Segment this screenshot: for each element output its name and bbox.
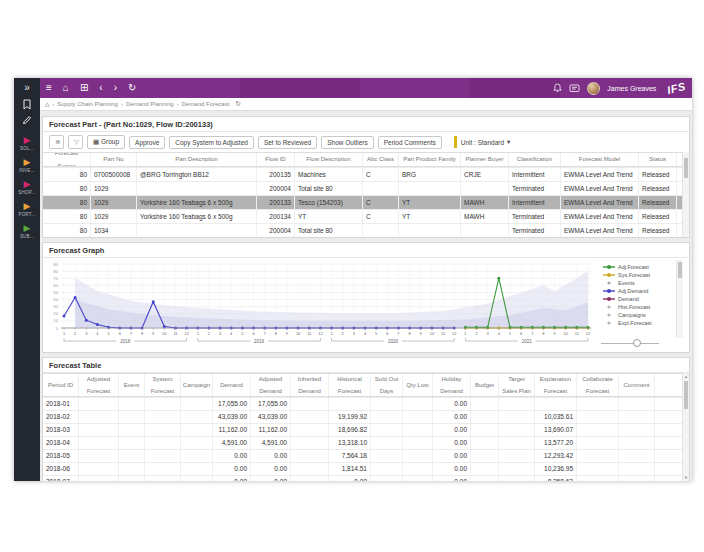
table-row[interactable]: 801029Yorkshire 160 Teabags 6 x 500g2001… [43,195,689,209]
scrollbar-thumb[interactable] [678,262,682,278]
column-header[interactable]: Part No [91,153,137,166]
back-icon[interactable]: ‹ [99,78,102,98]
menu-icon[interactable]: ≡ [46,78,52,98]
legend-item[interactable]: Sys.Forecast [603,271,673,279]
breadcrumb-home-icon[interactable]: ⌂ [45,101,49,108]
sidebar-bookmark[interactable]: ▶INVE... [18,158,35,173]
legend-dot-icon [603,304,615,310]
column-header[interactable]: Demand [213,374,251,396]
legend-label: Sys.Forecast [618,272,650,278]
column-header[interactable]: Status [639,153,677,166]
column-header[interactable]: Forecast Model [561,153,639,166]
column-header[interactable]: Adjusted Demand [251,374,291,396]
table-row[interactable]: 800700500008@BRG Torrington BB12200135Ma… [43,167,689,181]
forecast-table-scrollbar[interactable]: ▲ ▼ [682,373,689,481]
filter-icon[interactable]: ▽ [68,135,83,149]
legend-item[interactable]: Events [603,279,673,287]
column-header[interactable]: Budget [471,374,499,396]
sidebar-bookmark[interactable]: ▶SUB... [18,224,35,239]
column-header[interactable]: Holiday Demand [433,374,471,396]
column-header[interactable]: Adjusted Forecast [79,374,119,396]
table-row[interactable]: 2018-060.000.001,814.510.0010,236.95 [43,462,689,475]
column-header[interactable]: Collaborate Forecast [577,374,619,396]
legend-item[interactable]: Demand [603,295,673,303]
notifications-bell-icon[interactable] [553,79,562,97]
column-header[interactable]: Part Product Family [399,153,461,166]
unit-dropdown[interactable]: Unit : Standard▾ [454,136,515,148]
scrollbar-thumb[interactable] [684,381,688,409]
column-header[interactable]: Event [119,374,145,396]
legend-item[interactable]: Campaigns [603,311,673,319]
table-row[interactable]: 2018-050.000.007,564.180.0012,293.42 [43,449,689,462]
sidebar-bookmark[interactable]: ▶SOL... [18,136,35,151]
forecast-part-scrollbar[interactable] [682,152,689,237]
column-header[interactable]: Abc Class [363,153,399,166]
column-header[interactable]: Period ID [43,374,79,396]
legend-item[interactable]: Adj.Forecast [603,263,673,271]
breadcrumb-refresh-icon[interactable]: ↻ [235,100,241,108]
table-row[interactable]: 801029Yorkshire 160 Teabags 6 x 500g2001… [43,209,689,223]
user-avatar[interactable] [587,82,600,95]
scroll-down-icon[interactable]: ▼ [683,475,689,480]
row-options-icon[interactable]: ≣ [49,135,64,149]
column-header[interactable]: Qty Lost [403,374,433,396]
home-icon[interactable]: ⌂ [63,78,69,98]
column-header[interactable]: Explanation Forecast [535,374,577,396]
approve-button[interactable]: Approve [129,136,165,149]
scrollbar-thumb[interactable] [684,158,688,178]
column-header[interactable]: Campaign [181,374,213,396]
show-outliers-button[interactable]: Show Outliers [321,136,373,149]
legend-item[interactable]: Hist.Forecast [603,303,673,311]
slider-knob[interactable] [633,339,641,347]
column-header[interactable]: System Forecast [145,374,181,396]
breadcrumb-item[interactable]: Demand Planning [126,101,174,107]
group-button[interactable]: ▦ Group [87,135,125,149]
table-row[interactable]: 2018-070.000.000.000.008,258.62 [43,475,689,481]
table-cell: EWMA Level And Trend [561,196,639,209]
refresh-icon[interactable]: ↻ [128,78,136,98]
legend-scrollbar[interactable] [676,260,683,338]
table-row[interactable]: 2018-044,591.004,591.0013,318.100.0013,5… [43,436,689,449]
table-row[interactable]: 2018-0117,055.0017,055.000.00 [43,397,689,410]
pencil-icon[interactable] [14,113,40,129]
column-header[interactable]: Historical Forecast [329,374,371,396]
legend-item[interactable]: Adj.Demand [603,287,673,295]
table-cell: 200133 [257,196,295,209]
apps-grid-icon[interactable]: ⊞ [80,78,88,98]
table-row[interactable]: 2018-0243,039.0043,039.0019,199.920.0010… [43,410,689,423]
column-header[interactable]: Flow Description [295,153,363,166]
column-header[interactable]: Classification [509,153,561,166]
column-header[interactable]: Forecast Server [43,153,91,166]
copy-system-to-adjusted-button[interactable]: Copy System to Adjusted [169,136,254,149]
column-header[interactable]: Target Sales Plan [499,374,535,396]
svg-text:2: 2 [74,331,77,336]
period-comments-button[interactable]: Period Comments [378,136,442,149]
sidebar-expand-icon[interactable]: » [14,81,40,97]
breadcrumb-item[interactable]: Supply Chain Planning [57,101,118,107]
svg-text:12: 12 [452,331,457,336]
table-row[interactable]: 2018-0311,162.0011,162.0018,696.820.0013… [43,423,689,436]
column-header[interactable]: Flow ID [257,153,295,166]
chart-zoom-slider[interactable] [601,339,659,347]
set-to-reviewed-button[interactable]: Set to Reviewed [258,136,317,149]
column-header[interactable]: Planner Buyer [461,153,509,166]
forecast-part-title: Forecast Part - (Part No:1029, Flow ID:2… [43,117,689,132]
feedback-message-icon[interactable] [569,79,580,97]
forward-icon[interactable]: › [114,78,117,98]
column-header[interactable]: Inherited Demand [291,374,329,396]
legend-item[interactable]: Expl.Forecast [603,319,673,327]
sidebar-bookmark[interactable]: ▶PORT... [18,202,35,217]
table-row[interactable]: 801034200004Total site 80TerminatedEWMA … [43,223,689,237]
sidebar-bookmark[interactable]: ▶SHOP... [18,180,35,195]
scroll-up-icon[interactable]: ▲ [683,374,689,379]
table-cell: 13,690.07 [535,424,577,436]
column-header[interactable]: Sold Out Days [371,374,403,396]
bookmark-icon[interactable] [14,97,40,113]
column-header[interactable]: Comment [619,374,655,396]
breadcrumb-item[interactable]: Demand Forecast [182,101,230,107]
table-cell [499,437,535,449]
table-row[interactable]: 801029200004Total site 80TerminatedEWMA … [43,181,689,195]
column-header[interactable]: Part Description [137,153,257,166]
table-cell: C [363,210,399,223]
svg-text:10: 10 [162,331,167,336]
